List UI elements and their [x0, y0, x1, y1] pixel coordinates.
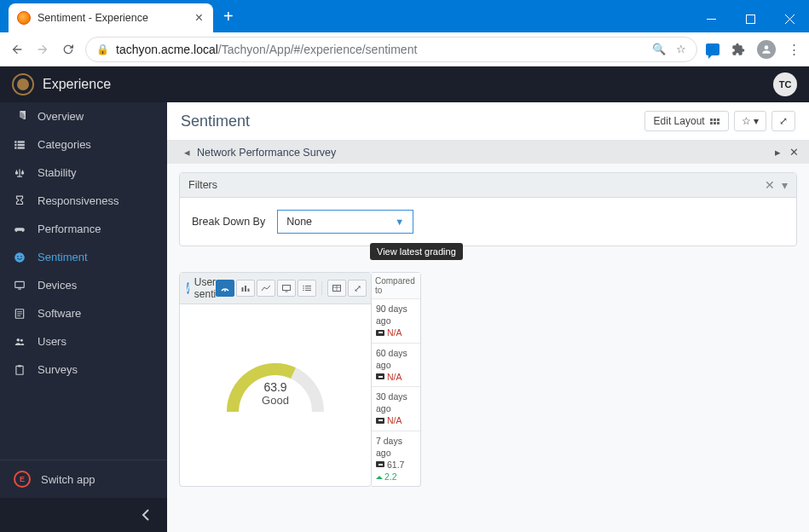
url-bar[interactable]: 🔒 tachyon.acme.local/Tachyon/App/#/exper…	[85, 37, 697, 62]
filters-dropdown-icon[interactable]: ▾	[782, 178, 788, 192]
gauge-mini-icon	[376, 461, 384, 467]
filters-header: Filters ✕ ▾	[180, 173, 796, 198]
sidebar-item-sentiment[interactable]: Sentiment	[0, 243, 167, 271]
tab-close-icon[interactable]: ×	[195, 11, 203, 25]
svg-point-33	[303, 290, 304, 292]
tooltip: View latest grading	[370, 243, 463, 260]
sidebar-item-performance[interactable]: Performance	[0, 215, 167, 243]
sidebar-item-stability[interactable]: Stability	[0, 159, 167, 187]
sidebar-item-software[interactable]: Software	[0, 299, 167, 327]
table-button[interactable]	[327, 280, 346, 297]
app-name: Experience	[43, 77, 111, 92]
breakdown-value: None	[286, 216, 312, 228]
breakdown-label: Break Down By	[192, 216, 265, 228]
sentiment-gauge: 63.9 Good	[224, 356, 326, 407]
filters-panel: Filters ✕ ▾ Break Down By None ▼	[179, 172, 797, 246]
chevron-down-icon: ▼	[395, 217, 404, 227]
monitor-icon	[14, 280, 27, 292]
sidebar-item-label: Devices	[38, 279, 77, 292]
svg-rect-27	[283, 286, 291, 291]
user-avatar[interactable]: TC	[773, 72, 797, 96]
svg-rect-4	[14, 141, 16, 142]
url-path: /Tachyon/App/#/experience/sentiment	[218, 43, 417, 56]
minimize-button[interactable]	[691, 5, 731, 32]
comparison-row: 90 days ago N/A	[372, 299, 420, 344]
zoom-icon[interactable]: 🔍	[652, 43, 666, 55]
svg-rect-32	[305, 288, 311, 289]
sidebar-item-categories[interactable]: Categories	[0, 130, 167, 159]
svg-point-31	[303, 287, 304, 289]
tab-title: Sentiment - Experience	[38, 12, 188, 24]
fullscreen-button[interactable]: ⤢	[771, 111, 795, 131]
maximize-button[interactable]	[731, 5, 770, 32]
sidebar-item-label: Responsiveness	[38, 194, 118, 207]
sidebar-item-devices[interactable]: Devices	[0, 271, 167, 299]
close-window-button[interactable]	[770, 5, 809, 32]
line-view-button[interactable]	[257, 280, 275, 297]
comparison-row: 30 days ago N/A	[372, 387, 420, 431]
browser-toolbar: 🔒 tachyon.acme.local/Tachyon/App/#/exper…	[0, 32, 809, 66]
page-header: Sentiment Edit Layout ☆ ▾ ⤢	[167, 102, 809, 141]
list-view-button[interactable]	[298, 280, 316, 297]
sidebar-item-overview[interactable]: Overview	[0, 102, 167, 130]
svg-point-11	[17, 256, 19, 257]
extensions-icon[interactable]	[731, 43, 745, 56]
survey-prev-icon[interactable]: ◂	[177, 146, 197, 159]
browser-titlebar: Sentiment - Experience × +	[0, 0, 809, 32]
categories-icon	[14, 139, 27, 151]
favorite-button[interactable]: ☆ ▾	[734, 111, 766, 131]
comment-icon[interactable]	[706, 43, 719, 55]
pie-chart-icon	[14, 111, 27, 123]
main-content: Sentiment Edit Layout ☆ ▾ ⤢ ◂ Network Pe…	[167, 102, 809, 532]
smile-icon	[14, 252, 27, 263]
svg-rect-21	[16, 366, 23, 374]
survey-close-icon[interactable]: ✕	[789, 146, 799, 159]
info-icon[interactable]: i	[187, 282, 189, 294]
sentiment-widget: i User senti ⤢	[179, 272, 372, 487]
sidebar-item-surveys[interactable]: Surveys	[0, 356, 167, 384]
forward-button[interactable]	[34, 41, 51, 58]
page-title: Sentiment	[181, 113, 250, 130]
svg-rect-13	[15, 281, 25, 287]
switch-app-button[interactable]: E Switch app	[0, 460, 167, 498]
sidebar-item-users[interactable]: Users	[0, 327, 167, 356]
collapse-sidebar-button[interactable]	[0, 498, 167, 532]
svg-rect-0	[707, 19, 716, 20]
svg-rect-24	[242, 287, 244, 292]
expand-button[interactable]: ⤢	[348, 280, 367, 297]
filters-close-icon[interactable]: ✕	[765, 178, 775, 192]
browser-menu-icon[interactable]: ⋮	[788, 42, 800, 57]
new-tab-button[interactable]: +	[213, 7, 244, 26]
gauge-view-button[interactable]	[216, 280, 234, 297]
sidebar-item-label: Users	[38, 335, 66, 348]
svg-point-12	[20, 256, 22, 257]
survey-next-icon[interactable]: ▸	[775, 146, 781, 159]
svg-rect-25	[245, 286, 246, 292]
survey-breadcrumb-bar: ◂ Network Performance Survey ▸ ✕	[167, 141, 809, 164]
svg-rect-14	[18, 288, 21, 289]
edit-layout-button[interactable]: Edit Layout	[644, 111, 729, 131]
svg-rect-28	[286, 292, 288, 292]
bookmark-icon[interactable]: ☆	[676, 43, 686, 55]
svg-rect-30	[305, 286, 311, 286]
monitor-button[interactable]	[277, 280, 296, 297]
reload-button[interactable]	[60, 41, 77, 58]
sidebar-item-label: Overview	[38, 110, 84, 123]
svg-rect-6	[14, 143, 16, 145]
browser-tab[interactable]: Sentiment - Experience ×	[9, 3, 213, 32]
svg-rect-34	[305, 290, 311, 291]
breakdown-select[interactable]: None ▼	[277, 210, 413, 234]
chevron-left-icon	[142, 509, 150, 521]
survey-title: Network Performance Survey	[197, 147, 336, 159]
favicon-icon	[17, 11, 31, 25]
sidebar: Overview Categories Stability Responsive…	[0, 102, 167, 532]
comparison-panel: Compared to 90 days ago N/A 60 days ago …	[372, 272, 421, 487]
profile-icon[interactable]	[757, 40, 776, 59]
sidebar-item-label: Performance	[38, 223, 101, 235]
back-button[interactable]	[9, 41, 26, 58]
svg-rect-26	[248, 289, 250, 292]
bar-view-button[interactable]	[236, 280, 255, 297]
gauge-label: Good	[224, 394, 326, 407]
app-logo-icon	[12, 73, 34, 95]
sidebar-item-responsiveness[interactable]: Responsiveness	[0, 187, 167, 215]
